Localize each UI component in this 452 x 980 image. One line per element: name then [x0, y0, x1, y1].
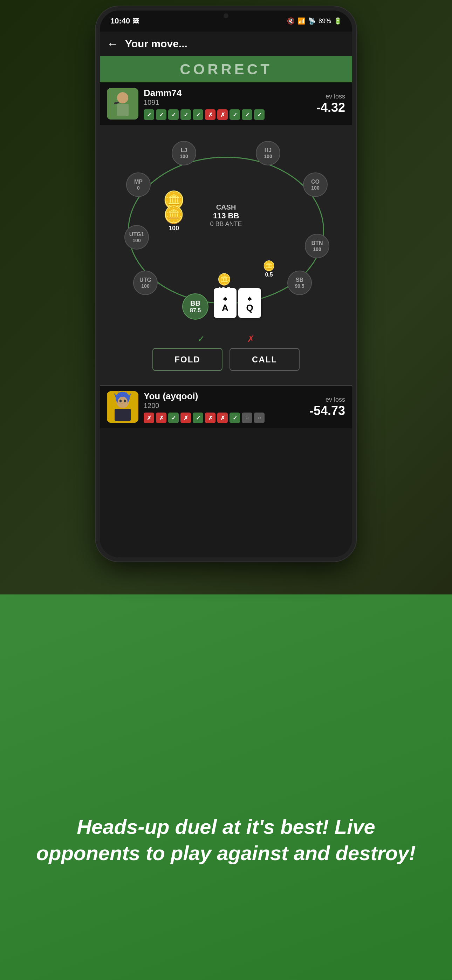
phone-frame: 10:40 🖼 🔇 📶 📡 89% 🔋 ← Your move... — [100, 11, 352, 557]
chip-stack-main: 🪙 🪙 100 — [163, 190, 185, 232]
player2-details: You (ayqooi) 1200 ✗ ✗ ✓ ✗ ✓ ✗ ✗ ✓ ○ ○ — [144, 391, 304, 423]
player1-name: Damm74 — [144, 88, 311, 99]
chip-value-main: 100 — [169, 225, 179, 232]
signal-icon: 📡 — [308, 17, 316, 25]
badge-1: ✓ — [144, 109, 154, 120]
phone-screen: 10:40 🖼 🔇 📶 📡 89% 🔋 ← Your move... — [100, 11, 352, 557]
pos-utg1: UTG1 100 — [124, 225, 149, 250]
player2-ev-label: ev loss — [309, 396, 345, 403]
player1-info: Damm74 1091 ✓ ✓ ✓ ✓ ✓ ✗ ✗ ✓ ✓ ✓ — [100, 83, 352, 125]
camera-notch — [212, 11, 240, 21]
player1-details: Damm74 1091 ✓ ✓ ✓ ✓ ✓ ✗ ✗ ✓ ✓ ✓ — [144, 88, 311, 120]
status-bar: 10:40 🖼 🔇 📶 📡 89% 🔋 — [100, 11, 352, 32]
table-label: CASH — [210, 203, 242, 212]
badge-7: ✗ — [217, 109, 228, 120]
mp-circle: MP 0 — [126, 172, 151, 197]
camera-dot — [224, 13, 228, 18]
badge-8: ✓ — [229, 109, 240, 120]
lj-circle: LJ 100 — [172, 141, 196, 165]
table-wrapper: CASH 113 BB 0 BB ANTE LJ 100 — [107, 132, 345, 328]
battery-display: 89% — [318, 18, 331, 25]
top-bar: ← Your move... — [100, 32, 352, 56]
svg-point-15 — [119, 399, 122, 402]
svg-point-3 — [118, 94, 127, 102]
chip-stack-sb: 🪙 0.5 — [263, 260, 275, 278]
time-display: 10:40 — [110, 16, 130, 25]
player2-avatar — [107, 391, 138, 423]
call-indicator: ✗ — [247, 334, 255, 345]
badge-6: ✗ — [205, 109, 215, 120]
action-indicators: ✓ ✗ — [197, 334, 255, 345]
promo-content: Heads-up duel at it's best! Live opponen… — [35, 813, 417, 866]
utg-circle: UTG 100 — [133, 270, 158, 295]
pos-utg: UTG 100 — [133, 270, 158, 295]
player1-ev-value: -4.32 — [317, 100, 345, 115]
promo-section: Heads-up duel at it's best! Live opponen… — [0, 595, 452, 980]
card-queen-spades: ♠ Q — [238, 288, 261, 318]
table-bb: 113 BB — [210, 212, 242, 221]
table-area: CASH 113 BB 0 BB ANTE LJ 100 — [100, 125, 352, 385]
badge-10: ✓ — [254, 109, 264, 120]
pos-sb: SB 99.5 — [287, 270, 312, 295]
p2-badge-6: ✗ — [205, 412, 215, 423]
badge-4: ✓ — [180, 109, 191, 120]
correct-text: CORRECT — [180, 61, 272, 78]
co-circle: CO 100 — [303, 172, 328, 197]
back-button[interactable]: ← — [107, 38, 118, 51]
player2-avatar-img — [107, 391, 138, 423]
mute-icon: 🔇 — [287, 17, 295, 25]
player1-ev-loss: ev loss -4.32 — [317, 93, 345, 115]
card-ace-spades: ♠ A — [214, 288, 237, 318]
pos-mp: MP 0 — [126, 172, 151, 197]
photo-icon: 🖼 — [133, 18, 139, 25]
coin-bb-icon: 🪙 — [217, 273, 231, 286]
status-icons: 🔇 📶 📡 89% 🔋 — [287, 17, 342, 25]
action-area: ✓ ✗ FOLD CALL — [107, 328, 345, 378]
badge-3: ✓ — [168, 109, 179, 120]
pos-btn: BTN 100 — [305, 234, 329, 258]
coin-sb-icon: 🪙 — [263, 260, 275, 272]
fold-button[interactable]: FOLD — [153, 348, 223, 371]
call-button[interactable]: CALL — [229, 348, 299, 371]
player2-score: 1200 — [144, 402, 304, 410]
phone-container: 10:40 🖼 🔇 📶 📡 89% 🔋 ← Your move... — [0, 0, 452, 980]
wifi-icon: 📶 — [298, 17, 305, 25]
correct-banner: CORRECT — [100, 56, 352, 83]
p2-badge-2: ✗ — [156, 412, 166, 423]
p2-badge-4: ✗ — [180, 412, 191, 423]
p2-badge-8: ✓ — [229, 412, 240, 423]
badge-9: ✓ — [242, 109, 252, 120]
pos-co: CO 100 — [303, 172, 328, 197]
player1-ev-label: ev loss — [317, 93, 345, 100]
p2-badge-1: ✗ — [144, 412, 154, 423]
player1-avatar — [107, 88, 138, 119]
player1-avatar-img — [107, 88, 138, 119]
bb-circle: BB 87.5 — [182, 293, 208, 320]
pos-lj: LJ 100 — [172, 141, 196, 165]
badge-2: ✓ — [156, 109, 166, 120]
p2-badge-10: ○ — [254, 412, 264, 423]
player2-badges: ✗ ✗ ✓ ✗ ✓ ✗ ✗ ✓ ○ ○ — [144, 412, 304, 423]
player2-name: You (ayqooi) — [144, 391, 304, 402]
promo-text: Heads-up duel at it's best! Live opponen… — [35, 813, 417, 866]
player2-info: You (ayqooi) 1200 ✗ ✗ ✓ ✗ ✓ ✗ ✗ ✓ ○ ○ — [100, 385, 352, 428]
player2-ev-value: -54.73 — [309, 403, 345, 418]
battery-icon: 🔋 — [334, 17, 342, 25]
player1-badges: ✓ ✓ ✓ ✓ ✓ ✗ ✗ ✓ ✓ ✓ — [144, 109, 311, 120]
svg-point-16 — [124, 399, 126, 402]
svg-rect-7 — [115, 409, 131, 421]
svg-rect-2 — [117, 104, 129, 116]
fold-indicator: ✓ — [197, 334, 205, 345]
pos-hj: HJ 100 — [256, 141, 280, 165]
hj-circle: HJ 100 — [256, 141, 280, 165]
status-time: 10:40 🖼 — [110, 16, 139, 25]
action-buttons: FOLD CALL — [153, 348, 299, 371]
p2-badge-5: ✓ — [193, 412, 203, 423]
svg-point-14 — [118, 397, 127, 407]
p2-badge-7: ✗ — [217, 412, 228, 423]
player1-score: 1091 — [144, 99, 311, 107]
page-title: Your move... — [125, 38, 188, 50]
table-center-info: CASH 113 BB 0 BB ANTE — [210, 203, 242, 228]
table-ante: 0 BB ANTE — [210, 221, 242, 228]
btn-circle: BTN 100 — [305, 234, 329, 258]
